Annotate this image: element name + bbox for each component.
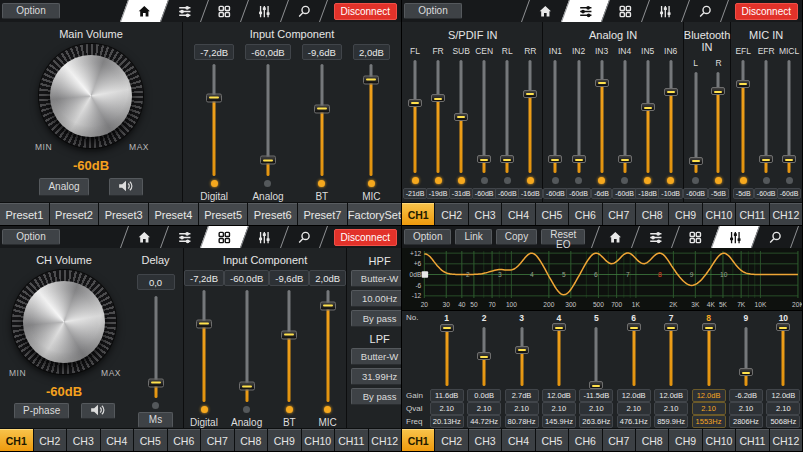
- freq-value[interactable]: 263.6Hz: [579, 415, 613, 428]
- gain-value[interactable]: -11.5dB: [579, 389, 613, 402]
- gain-slider[interactable]: [196, 290, 212, 402]
- slider-thumb[interactable]: [477, 155, 491, 163]
- slider-value-badge[interactable]: -60,0dB: [224, 270, 269, 286]
- channel-tab[interactable]: CH12: [770, 429, 802, 451]
- hpf-type-button[interactable]: Butter-W: [351, 270, 402, 287]
- gain-value[interactable]: 12.0dB: [654, 389, 688, 402]
- slider-value-badge[interactable]: -9,6dB: [302, 44, 342, 60]
- slider-thumb[interactable]: [618, 155, 632, 163]
- eq-response-graph[interactable]: +12+60dB-6-1220304050701002003005007001K…: [402, 248, 802, 311]
- channel-tab[interactable]: CH8: [636, 429, 668, 451]
- band-number-cell[interactable]: 2: [465, 313, 502, 323]
- freq-value[interactable]: 859.9Hz: [654, 415, 688, 428]
- tab-search[interactable]: [681, 0, 729, 22]
- qval-value[interactable]: 2.10: [430, 402, 464, 415]
- channel-tab[interactable]: CH10: [302, 429, 335, 451]
- main-volume-knob[interactable]: [39, 44, 143, 148]
- gain-slider[interactable]: [595, 60, 609, 173]
- channel-tab[interactable]: CH7: [603, 429, 635, 451]
- channel-tab[interactable]: CH12: [369, 429, 402, 451]
- qval-value[interactable]: 2.10: [617, 402, 651, 415]
- preset-button[interactable]: Preset5: [199, 203, 248, 225]
- band-number-cell[interactable]: 9: [727, 313, 764, 323]
- gain-slider[interactable]: [500, 60, 514, 173]
- phase-button[interactable]: P-phase: [14, 403, 69, 419]
- freq-value[interactable]: 5068Hz: [766, 415, 800, 428]
- slider-thumb[interactable]: [589, 381, 603, 389]
- channel-tab[interactable]: CH8: [235, 429, 268, 451]
- channel-tab[interactable]: CH2: [34, 429, 67, 451]
- slider-thumb[interactable]: [515, 346, 529, 354]
- band-number-cell[interactable]: 3: [503, 313, 540, 323]
- delay-slider[interactable]: [148, 296, 164, 398]
- slider-thumb[interactable]: [206, 93, 222, 102]
- slider-thumb[interactable]: [627, 323, 641, 331]
- hpf-bypass-button[interactable]: By pass: [351, 310, 402, 327]
- disconnect-button[interactable]: Disconnect: [735, 3, 798, 20]
- channel-tab[interactable]: CH3: [469, 429, 501, 451]
- channel-tab[interactable]: CH11: [736, 429, 768, 451]
- delay-unit-button[interactable]: Ms: [138, 412, 173, 428]
- slider-thumb[interactable]: [641, 103, 655, 111]
- mute-button[interactable]: [81, 403, 115, 419]
- gain-slider[interactable]: [454, 60, 468, 173]
- slider-thumb[interactable]: [314, 104, 330, 113]
- channel-tab[interactable]: CH5: [536, 203, 568, 225]
- slider-thumb[interactable]: [196, 319, 212, 328]
- eq-gain-slider[interactable]: [477, 327, 491, 387]
- slider-thumb[interactable]: [711, 87, 725, 95]
- link-button[interactable]: Link: [455, 229, 491, 245]
- band-number-cell[interactable]: 7: [652, 313, 689, 323]
- gain-slider[interactable]: [736, 60, 750, 173]
- band-number-cell[interactable]: 1: [428, 313, 465, 323]
- disconnect-button[interactable]: Disconnect: [334, 3, 397, 20]
- slider-thumb[interactable]: [408, 99, 422, 107]
- qval-value[interactable]: 2.10: [654, 402, 688, 415]
- preset-button[interactable]: FactorySet: [348, 203, 401, 225]
- channel-tab[interactable]: CH1: [0, 429, 33, 451]
- qval-value[interactable]: 2.10: [766, 402, 800, 415]
- freq-value[interactable]: 80.78Hz: [505, 415, 539, 428]
- ch-volume-knob[interactable]: [12, 270, 116, 374]
- freq-value[interactable]: 2806Hz: [729, 415, 763, 428]
- slider-thumb[interactable]: [664, 323, 678, 331]
- gain-value[interactable]: -6.2dB: [729, 389, 763, 402]
- eq-gain-slider[interactable]: [515, 327, 529, 387]
- qval-value[interactable]: 2.10: [467, 402, 501, 415]
- gain-slider[interactable]: [759, 60, 773, 173]
- channel-tab[interactable]: CH5: [134, 429, 167, 451]
- copy-button[interactable]: Copy: [496, 229, 537, 245]
- band-number-cell[interactable]: 8: [690, 313, 727, 323]
- channel-tab[interactable]: CH12: [770, 203, 802, 225]
- gain-slider[interactable]: [206, 64, 222, 176]
- freq-value[interactable]: 1553Hz: [692, 415, 726, 428]
- preset-button[interactable]: Preset4: [149, 203, 198, 225]
- channel-tab[interactable]: CH9: [268, 429, 301, 451]
- channel-tab[interactable]: CH6: [569, 429, 601, 451]
- source-select-button[interactable]: Analog: [39, 178, 88, 196]
- gain-slider[interactable]: [314, 64, 330, 176]
- band-number-cell[interactable]: 6: [615, 313, 652, 323]
- gain-slider[interactable]: [641, 60, 655, 173]
- gain-slider[interactable]: [281, 290, 297, 402]
- slider-thumb[interactable]: [776, 323, 790, 331]
- slider-thumb[interactable]: [281, 330, 297, 339]
- slider-thumb[interactable]: [782, 155, 796, 163]
- gain-value[interactable]: 2.7dB: [505, 389, 539, 402]
- slider-value-badge[interactable]: -7,2dB: [184, 270, 224, 286]
- slider-value-badge[interactable]: -9,6dB: [269, 270, 309, 286]
- gain-slider[interactable]: [239, 290, 255, 402]
- eq-gain-slider[interactable]: [739, 327, 753, 387]
- slider-thumb[interactable]: [363, 75, 379, 84]
- slider-thumb[interactable]: [431, 94, 445, 102]
- channel-tab[interactable]: CH2: [435, 429, 467, 451]
- gain-slider[interactable]: [689, 72, 703, 173]
- slider-thumb[interactable]: [500, 155, 514, 163]
- gain-value[interactable]: 12.0dB: [766, 389, 800, 402]
- channel-tab[interactable]: CH10: [703, 203, 735, 225]
- slider-thumb[interactable]: [664, 88, 678, 96]
- channel-tab[interactable]: CH1: [402, 429, 434, 451]
- channel-tab[interactable]: CH7: [603, 203, 635, 225]
- channel-tab[interactable]: CH9: [669, 429, 701, 451]
- gain-value[interactable]: 0.0dB: [467, 389, 501, 402]
